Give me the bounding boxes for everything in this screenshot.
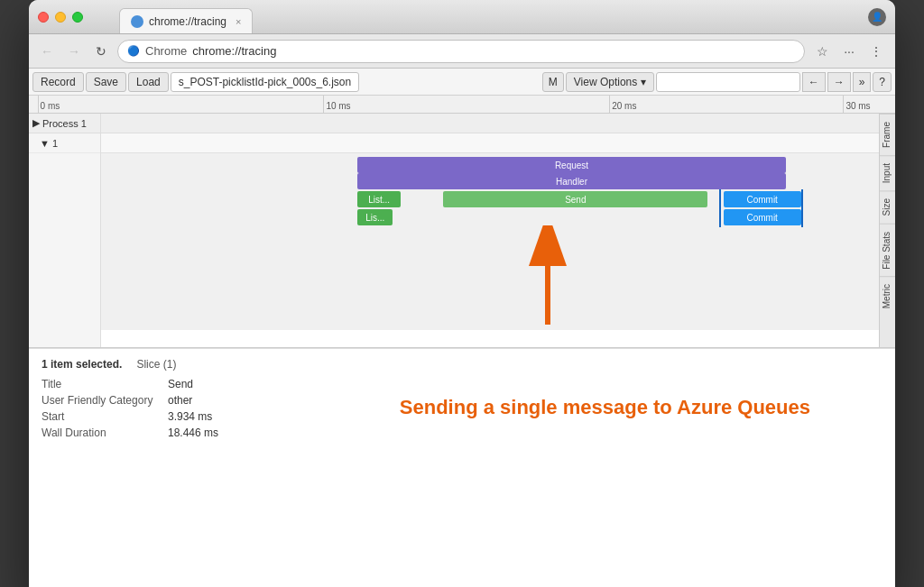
scale-tick-2: 20 ms [609, 96, 636, 113]
detail-row-title: Title Send [42, 378, 218, 390]
span-label: Request [551, 161, 592, 170]
scale-tick-1: 10 ms [323, 96, 350, 113]
tracing-toolbar: Record Save Load s_POST-picklistId-pick_… [29, 69, 895, 96]
selected-info: 1 item selected. [42, 358, 122, 371]
trace-labels: ▶ Process 1 ▼ 1 [29, 114, 101, 347]
nav-left-button[interactable]: ← [802, 72, 826, 92]
detail-row-category: User Friendly Category other [42, 394, 218, 407]
detail-table: Title Send User Friendly Category other … [42, 378, 218, 443]
toolbar-right-controls: M View Options ▾ ← → » ? [542, 72, 892, 92]
browser-window: chrome://tracing × 👤 ← → ↻ 🔵 Chrome chro… [29, 0, 895, 587]
forward-button[interactable]: → [63, 41, 85, 62]
commit-span-1[interactable]: Commit [724, 191, 801, 207]
record-button[interactable]: Record [32, 72, 84, 92]
annotation-arrow [521, 225, 575, 334]
marker-left [719, 189, 721, 227]
span-label-2: Handler [552, 177, 591, 187]
help-button[interactable]: ? [873, 72, 892, 92]
window-controls-right: 👤 [868, 8, 886, 26]
sidebar-tab-size[interactable]: Size [880, 190, 895, 223]
list-span[interactable]: List... [357, 191, 400, 207]
value-category: other [168, 394, 192, 407]
timeline-ruler: 0 ms 10 ms 20 ms 30 ms [29, 96, 895, 114]
back-button[interactable]: ← [36, 41, 58, 62]
menu-button[interactable]: ⋮ [864, 40, 888, 63]
value-title: Send [168, 378, 193, 390]
bottom-content: Title Send User Friendly Category other … [42, 378, 882, 443]
bookmark-button[interactable]: ☆ [810, 40, 834, 63]
request-handler-span[interactable]: Request [357, 157, 785, 173]
address-right-controls: ☆ ··· ⋮ [810, 40, 888, 63]
traffic-lights [38, 12, 83, 23]
trace-canvas[interactable]: Request Handler List... Send [101, 114, 879, 347]
spans-area: Request Handler List... Send [101, 153, 879, 330]
annotation-text: Sending a single message to Azure Queues [400, 396, 810, 419]
tab-bar: chrome://tracing × [119, 0, 253, 33]
label-category: User Friendly Category [42, 394, 168, 407]
lis-span[interactable]: Lis... [357, 209, 393, 225]
label-duration: Wall Duration [42, 426, 168, 439]
request-handler-span-2[interactable]: Handler [357, 173, 785, 189]
detail-row-duration: Wall Duration 18.446 ms [42, 426, 218, 439]
m-button[interactable]: M [542, 72, 564, 92]
scale-tick-3: 30 ms [843, 96, 870, 113]
detail-row-start: Start 3.934 ms [42, 410, 218, 423]
refresh-button[interactable]: ↻ [90, 41, 112, 62]
trace-rows-container: ▶ Process 1 ▼ 1 [29, 114, 895, 347]
trace-view: 0 ms 10 ms 20 ms 30 ms ▶ Proces [29, 96, 895, 348]
close-button[interactable] [38, 12, 49, 23]
timeline-area[interactable]: 0 ms 10 ms 20 ms 30 ms ▶ Proces [29, 96, 895, 347]
process-row [101, 114, 879, 133]
sidebar-tab-file-stats[interactable]: File Stats [880, 224, 895, 277]
more-button[interactable]: ··· [837, 40, 861, 63]
tab-favicon [131, 15, 143, 28]
send-span[interactable]: Send [443, 191, 707, 207]
thread-label[interactable]: ▼ 1 [29, 133, 100, 153]
marker-right [801, 189, 803, 227]
address-bar: ← → ↻ 🔵 Chrome chrome://tracing ☆ ··· ⋮ [29, 34, 895, 69]
nav-end-button[interactable]: » [853, 72, 872, 92]
user-avatar[interactable]: 👤 [868, 8, 886, 26]
tab-close-button[interactable]: × [236, 16, 241, 27]
load-button[interactable]: Load [128, 72, 169, 92]
thread-empty-label [29, 153, 100, 330]
thread-row [101, 133, 879, 153]
secure-icon: 🔵 [127, 45, 140, 57]
slice-info: Slice (1) [136, 358, 176, 371]
scale-tick-0: 0 ms [38, 96, 60, 113]
bottom-header: 1 item selected. Slice (1) [42, 358, 882, 371]
label-start: Start [42, 410, 168, 423]
url-chrome-label: Chrome [145, 44, 187, 58]
save-button[interactable]: Save [86, 72, 126, 92]
commit-span-2[interactable]: Commit [724, 209, 801, 225]
maximize-button[interactable] [72, 12, 83, 23]
search-input[interactable] [656, 72, 800, 92]
file-name: s_POST-picklistId-pick_000s_6.json [171, 72, 359, 92]
title-bar: chrome://tracing × 👤 [29, 0, 895, 34]
span-label-lis: Lis... [364, 213, 386, 223]
span-label-commit-2: Commit [744, 213, 779, 223]
span-label-send: Send [561, 195, 589, 205]
span-label-list: List... [366, 195, 392, 205]
span-label-commit-1: Commit [744, 195, 779, 205]
minimize-button[interactable] [55, 12, 66, 23]
process-label[interactable]: ▶ Process 1 [29, 114, 100, 133]
value-duration: 18.446 ms [168, 426, 218, 439]
sidebar-tab-metric[interactable]: Metric [880, 276, 895, 316]
bottom-panel: 1 item selected. Slice (1) Title Send Us… [29, 348, 895, 587]
label-title: Title [42, 378, 168, 390]
nav-right-button[interactable]: → [827, 72, 851, 92]
view-options-button[interactable]: View Options ▾ [566, 72, 654, 92]
sidebar-tab-frame[interactable]: Frame [880, 114, 895, 155]
url-bar[interactable]: 🔵 Chrome chrome://tracing [117, 40, 805, 63]
value-start: 3.934 ms [168, 410, 212, 423]
right-sidebar: Frame Input Size File Stats Metric [879, 114, 895, 347]
sidebar-tab-input[interactable]: Input [880, 155, 895, 190]
url-text: chrome://tracing [192, 44, 276, 58]
active-tab[interactable]: chrome://tracing × [119, 8, 253, 33]
tab-label: chrome://tracing [149, 15, 226, 28]
